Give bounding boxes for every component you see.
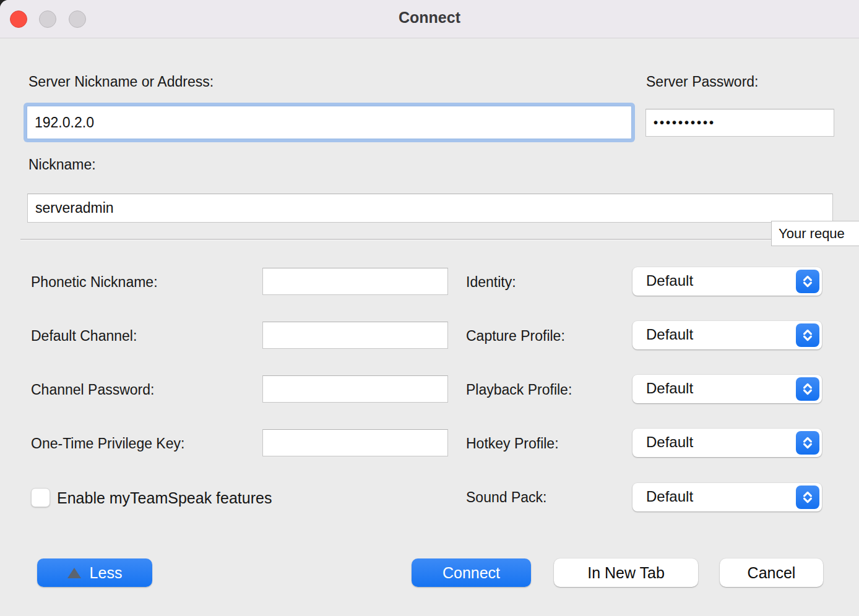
- default-channel-input[interactable]: [262, 322, 448, 349]
- identity-select[interactable]: Default: [632, 267, 822, 296]
- triangle-up-icon: [67, 568, 81, 578]
- hotkey-profile-select[interactable]: Default: [632, 429, 822, 457]
- nickname-input[interactable]: [27, 194, 833, 223]
- hotkey-profile-label: Hotkey Profile:: [466, 435, 559, 452]
- tooltip: Your reque: [771, 221, 859, 246]
- myteamspeak-checkbox-label: Enable myTeamSpeak features: [57, 489, 272, 507]
- connect-dialog: Connect Server Nickname or Address: Serv…: [0, 0, 859, 616]
- playback-profile-select-value: Default: [646, 380, 693, 397]
- sound-pack-label: Sound Pack:: [466, 489, 546, 506]
- chevron-up-down-icon: [796, 431, 819, 455]
- chevron-up-down-icon: [796, 486, 819, 509]
- chevron-up-down-icon: [796, 270, 819, 293]
- separator: [20, 239, 859, 241]
- myteamspeak-checkbox[interactable]: [31, 488, 50, 507]
- window-title: Connect: [0, 9, 859, 27]
- capture-profile-select-value: Default: [646, 326, 693, 343]
- connect-button[interactable]: Connect: [412, 558, 531, 587]
- playback-profile-select[interactable]: Default: [632, 375, 822, 403]
- server-password-input[interactable]: [645, 109, 834, 137]
- identity-label: Identity:: [466, 274, 516, 291]
- cancel-button-label: Cancel: [748, 564, 796, 582]
- capture-profile-label: Capture Profile:: [466, 328, 565, 344]
- server-address-input[interactable]: [27, 106, 632, 139]
- channel-password-label: Channel Password:: [31, 382, 154, 398]
- server-password-label: Server Password:: [646, 74, 759, 90]
- playback-profile-label: Playback Profile:: [466, 382, 572, 398]
- one-time-privilege-key-input[interactable]: [262, 429, 448, 456]
- in-new-tab-button-label: In New Tab: [587, 564, 665, 582]
- cancel-button[interactable]: Cancel: [720, 558, 823, 587]
- in-new-tab-button[interactable]: In New Tab: [554, 558, 698, 587]
- chevron-up-down-icon: [796, 377, 819, 401]
- less-button-label: Less: [90, 564, 123, 582]
- sound-pack-select-value: Default: [646, 488, 693, 505]
- channel-password-input[interactable]: [262, 375, 448, 403]
- capture-profile-select[interactable]: Default: [632, 321, 822, 349]
- titlebar[interactable]: Connect: [0, 0, 859, 38]
- less-button[interactable]: Less: [37, 558, 152, 587]
- nickname-label: Nickname:: [28, 156, 96, 173]
- sound-pack-select[interactable]: Default: [632, 483, 822, 511]
- identity-select-value: Default: [646, 272, 693, 289]
- hotkey-profile-select-value: Default: [646, 434, 693, 451]
- one-time-privilege-key-label: One-Time Privilege Key:: [31, 435, 184, 452]
- phonetic-nickname-input[interactable]: [262, 268, 448, 295]
- server-address-label: Server Nickname or Address:: [28, 74, 214, 90]
- default-channel-label: Default Channel:: [31, 328, 137, 344]
- chevron-up-down-icon: [796, 323, 819, 347]
- connect-button-label: Connect: [442, 564, 500, 582]
- phonetic-nickname-label: Phonetic Nickname:: [31, 274, 158, 291]
